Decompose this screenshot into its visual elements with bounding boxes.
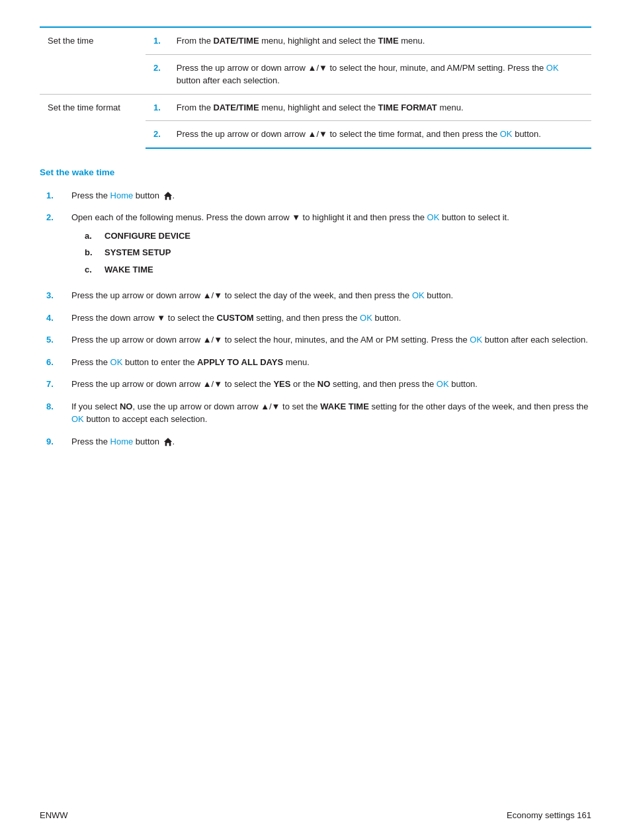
step-content-2-2: Press the up arrow or down arrow ▲/▼ to … (169, 121, 591, 148)
info-table: Set the time 1. From the DATE/TIME menu,… (40, 26, 591, 149)
home-icon (163, 191, 173, 200)
footer-left: ENWW (40, 810, 68, 820)
step-content-4: Press the down arrow ▼ to select the CUS… (71, 312, 591, 325)
step-content-3: Press the up arrow or down arrow ▲/▼ to … (71, 289, 591, 302)
step-5: 5. Press the up arrow or down arrow ▲/▼ … (46, 333, 591, 347)
step-content-1: Press the Home button . (71, 189, 591, 202)
step-2: 2. Open each of the following menus. Pre… (46, 211, 591, 280)
step-num-8: 8. (46, 400, 71, 413)
step-num-2-2: 2. (146, 121, 169, 148)
steps-container: 1. Press the Home button . 2. Open each … (40, 189, 591, 448)
table-row: Set the time 1. From the DATE/TIME menu,… (40, 27, 591, 54)
sub-step-label-a: a. (85, 230, 105, 243)
sub-step-content-b: SYSTEM SETUP (105, 246, 171, 259)
step-num-1-2: 2. (146, 54, 169, 94)
step-num-7: 7. (46, 378, 71, 391)
sub-step-c: c. WAKE TIME (85, 263, 591, 276)
step-content-1-1: From the DATE/TIME menu, highlight and s… (169, 27, 591, 54)
step-content-2: Open each of the following menus. Press … (71, 211, 591, 280)
page-container: Set the time 1. From the DATE/TIME menu,… (0, 0, 631, 497)
step-num-4: 4. (46, 312, 71, 325)
step-content-2-1: From the DATE/TIME menu, highlight and s… (169, 94, 591, 121)
home-icon-2 (163, 437, 173, 446)
step-num-5: 5. (46, 333, 71, 347)
row-label-set-time-format: Set the time format (40, 94, 146, 148)
step-content-6: Press the OK button to enter the APPLY T… (71, 356, 591, 369)
step-8: 8. If you select NO, use the up arrow or… (46, 400, 591, 426)
sub-step-b: b. SYSTEM SETUP (85, 246, 591, 259)
step-content-7: Press the up arrow or down arrow ▲/▼ to … (71, 378, 591, 391)
step-num-2: 2. (46, 211, 71, 224)
sub-step-label-c: c. (85, 263, 105, 276)
step-6: 6. Press the OK button to enter the APPL… (46, 356, 591, 369)
step-content-1-2: Press the up arrow or down arrow ▲/▼ to … (169, 54, 591, 94)
sub-step-a: a. CONFIGURE DEVICE (85, 230, 591, 243)
step-num-9: 9. (46, 435, 71, 448)
step-content-5: Press the up arrow or down arrow ▲/▼ to … (71, 333, 591, 347)
sub-step-content-a: CONFIGURE DEVICE (105, 230, 190, 243)
step-4: 4. Press the down arrow ▼ to select the … (46, 312, 591, 325)
sub-step-label-b: b. (85, 246, 105, 259)
step-9: 9. Press the Home button . (46, 435, 591, 448)
step-3: 3. Press the up arrow or down arrow ▲/▼ … (46, 289, 591, 302)
step-num-3: 3. (46, 289, 71, 302)
step-content-8: If you select NO, use the up arrow or do… (71, 400, 591, 426)
step-num-6: 6. (46, 356, 71, 369)
table-row: Set the time format 1. From the DATE/TIM… (40, 94, 591, 121)
footer: ENWW Economy settings 161 (40, 810, 591, 820)
section-heading: Set the wake time (40, 167, 591, 177)
step-1: 1. Press the Home button . (46, 189, 591, 202)
step-content-9: Press the Home button . (71, 435, 591, 448)
step-num-1: 1. (46, 189, 71, 202)
sub-step-content-c: WAKE TIME (105, 263, 153, 276)
row-label-set-time: Set the time (40, 27, 146, 94)
sub-steps: a. CONFIGURE DEVICE b. SYSTEM SETUP c. W… (85, 230, 591, 276)
step-7: 7. Press the up arrow or down arrow ▲/▼ … (46, 378, 591, 391)
step-num-1-1: 1. (146, 27, 169, 54)
step-num-2-1: 1. (146, 94, 169, 121)
footer-right: Economy settings 161 (507, 810, 591, 820)
